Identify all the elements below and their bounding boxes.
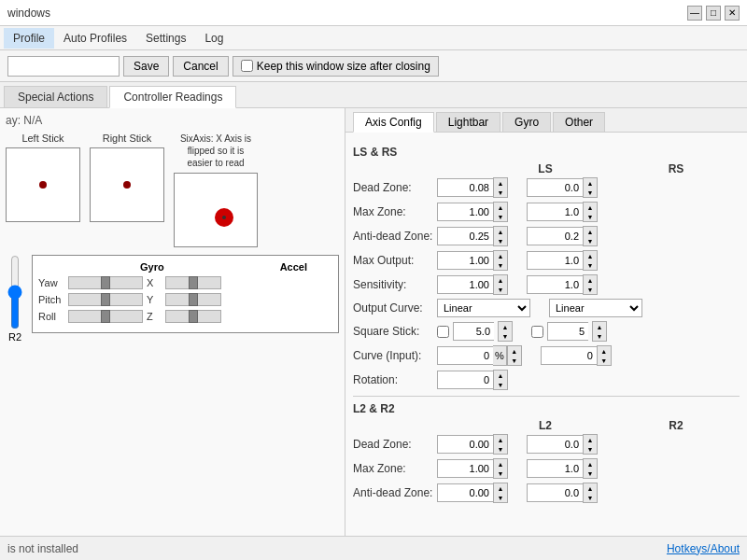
rs-curve-dropdown-group: Linear Enhanced Precision Quadratic Cubi…	[549, 299, 642, 317]
tab-special-actions[interactable]: Special Actions	[4, 86, 107, 107]
l2-max-zone-input[interactable]	[437, 459, 493, 478]
ls-dead-zone-down[interactable]: ▼	[494, 188, 507, 197]
ls-square-down[interactable]: ▼	[499, 331, 512, 341]
gyro-box: Gyro Accel Yaw X Pitch Y	[32, 255, 339, 333]
r2-max-zone-down[interactable]: ▼	[584, 469, 597, 478]
r2-antidead-input[interactable]	[527, 483, 583, 502]
rs-square-stick-val[interactable]	[547, 322, 588, 341]
rs-curve-select[interactable]: Linear Enhanced Precision Quadratic Cubi…	[549, 299, 642, 317]
l2-dead-zone-input[interactable]	[437, 435, 493, 454]
ls-square-stick-val[interactable]	[453, 322, 494, 341]
rs-max-zone-down[interactable]: ▼	[584, 212, 597, 221]
menu-auto-profiles[interactable]: Auto Profiles	[54, 28, 136, 49]
rs-max-zone-up[interactable]: ▲	[584, 203, 597, 212]
rs-antidead-down[interactable]: ▼	[584, 236, 597, 245]
max-output-row: Max Output: ▲ ▼ ▲ ▼	[353, 250, 740, 271]
rs-max-output-input[interactable]	[527, 251, 583, 270]
ls-sensitivity-down[interactable]: ▼	[494, 285, 507, 294]
l2-antidead-input[interactable]	[437, 483, 493, 502]
tab-controller-readings[interactable]: Controller Readings	[109, 86, 236, 108]
ls-antidead-down[interactable]: ▼	[494, 236, 507, 245]
rs-sensitivity-down[interactable]: ▼	[584, 285, 597, 294]
hotkeys-about-link[interactable]: Hotkeys/About	[667, 542, 740, 555]
rotation-input[interactable]	[437, 371, 493, 389]
rs-sensitivity-up[interactable]: ▲	[584, 275, 597, 285]
ls-max-zone-up[interactable]: ▲	[494, 203, 507, 212]
rs-square-up[interactable]: ▲	[593, 322, 606, 331]
r2-max-zone-input[interactable]	[527, 459, 583, 478]
ls-curve-down[interactable]: ▼	[508, 356, 521, 365]
keep-window-size-checkbox[interactable]	[241, 60, 253, 72]
ls-dead-zone-up[interactable]: ▲	[494, 178, 507, 188]
x-accel-slider[interactable]	[165, 276, 221, 289]
keep-window-size-label[interactable]: Keep this window size after closing	[233, 56, 439, 77]
roll-gyro-slider[interactable]	[68, 310, 143, 323]
close-button[interactable]: ✕	[725, 6, 740, 21]
ls-sensitivity-input[interactable]	[437, 275, 493, 294]
rs-curve-up[interactable]: ▲	[598, 346, 611, 356]
ls-max-output-up[interactable]: ▲	[494, 251, 507, 260]
rs-dead-zone-down[interactable]: ▼	[584, 188, 597, 197]
left-stick-label: Left Stick	[21, 133, 63, 144]
rs-square-stick-checkbox[interactable]	[531, 326, 543, 338]
ls-square-up[interactable]: ▲	[499, 322, 512, 331]
ls-max-output-down[interactable]: ▼	[494, 260, 507, 270]
tab-other[interactable]: Other	[553, 112, 605, 132]
r2-dead-zone-up[interactable]: ▲	[584, 435, 597, 444]
l2-antidead-down[interactable]: ▼	[494, 493, 507, 502]
rs-antidead-zone-input[interactable]	[527, 227, 583, 245]
l2-dead-zone-down[interactable]: ▼	[494, 444, 507, 454]
ls-antidead-zone-input[interactable]	[437, 227, 493, 245]
l2-r2-col-headers: L2 R2	[353, 419, 740, 432]
r2-antidead-up[interactable]: ▲	[584, 483, 597, 493]
l2-dead-zone-up[interactable]: ▲	[494, 435, 507, 444]
rs-curve-input-field[interactable]	[541, 346, 597, 365]
ls-curve-input-field[interactable]	[437, 346, 493, 365]
ls-max-zone-input[interactable]	[437, 203, 493, 221]
tab-lightbar[interactable]: Lightbar	[436, 112, 500, 132]
ls-max-output-input[interactable]	[437, 251, 493, 270]
yaw-gyro-slider[interactable]	[68, 276, 143, 289]
l2-slider[interactable]	[6, 255, 24, 329]
rs-max-output-up[interactable]: ▲	[584, 251, 597, 260]
r2-antidead-down[interactable]: ▼	[584, 493, 597, 502]
r2-max-zone-up[interactable]: ▲	[584, 459, 597, 469]
rs-max-output-down[interactable]: ▼	[584, 260, 597, 270]
profile-name-input[interactable]	[7, 56, 120, 77]
ls-sensitivity-up[interactable]: ▲	[494, 275, 507, 285]
tab-axis-config[interactable]: Axis Config	[353, 112, 434, 133]
cancel-button[interactable]: Cancel	[173, 56, 228, 77]
l2-antidead-up[interactable]: ▲	[494, 483, 507, 493]
ls-max-zone-down[interactable]: ▼	[494, 212, 507, 221]
z-accel-slider[interactable]	[165, 310, 221, 323]
save-button[interactable]: Save	[123, 56, 169, 77]
rotation-up[interactable]: ▲	[494, 371, 507, 380]
rs-dead-zone-input[interactable]	[527, 178, 583, 197]
y-accel-slider[interactable]	[165, 293, 221, 306]
rs-dead-zone-up[interactable]: ▲	[584, 178, 597, 188]
ls-curve-up[interactable]: ▲	[508, 346, 521, 356]
r2-dead-zone-input[interactable]	[527, 435, 583, 454]
minimize-button[interactable]: —	[687, 6, 702, 21]
menu-profile[interactable]: Profile	[4, 28, 54, 49]
tab-gyro[interactable]: Gyro	[502, 112, 551, 132]
maximize-button[interactable]: □	[706, 6, 721, 21]
ls-square-stick-checkbox[interactable]	[437, 326, 449, 338]
rs-antidead-up[interactable]: ▲	[584, 227, 597, 236]
rs-square-down[interactable]: ▼	[593, 331, 606, 341]
rs-sensitivity-input[interactable]	[527, 275, 583, 294]
z-label: Z	[147, 311, 162, 322]
ls-curve-select[interactable]: Linear Enhanced Precision Quadratic Cubi…	[437, 299, 530, 317]
menu-log[interactable]: Log	[195, 28, 233, 49]
r2-dead-zone-down[interactable]: ▼	[584, 444, 597, 454]
menu-settings[interactable]: Settings	[136, 28, 195, 49]
pitch-gyro-slider[interactable]	[68, 293, 143, 306]
square-stick-row: Square Stick: ▲ ▼ ▲	[353, 321, 740, 342]
l2-max-zone-up[interactable]: ▲	[494, 459, 507, 469]
rs-curve-down[interactable]: ▼	[598, 356, 611, 365]
ls-dead-zone-input[interactable]	[437, 178, 493, 197]
ls-antidead-up[interactable]: ▲	[494, 227, 507, 236]
rotation-down[interactable]: ▼	[494, 380, 507, 389]
rs-max-zone-input[interactable]	[527, 203, 583, 221]
l2-max-zone-down[interactable]: ▼	[494, 469, 507, 478]
